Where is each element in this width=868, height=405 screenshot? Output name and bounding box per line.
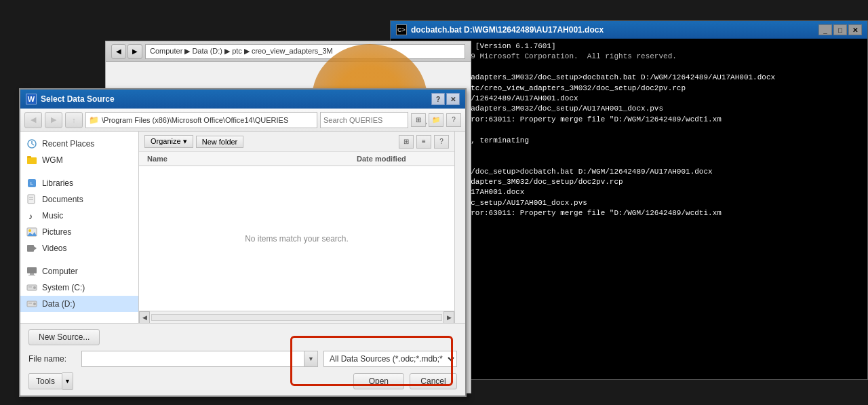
computer-icon <box>26 265 38 277</box>
sidebar-item-data-d[interactable]: Data (D:) <box>20 296 138 312</box>
fb-bg-nav-buttons: ◀ ▶ <box>111 44 142 59</box>
file-name-dropdown-btn[interactable]: ▼ <box>304 351 318 367</box>
dialog-close-btn[interactable]: ✕ <box>446 93 460 105</box>
action-buttons: Open Cancel <box>353 373 457 389</box>
svg-rect-18 <box>28 275 35 275</box>
view-help-btn[interactable]: ? <box>434 135 449 149</box>
cancel-button[interactable]: Cancel <box>410 373 457 389</box>
svg-point-23 <box>33 303 36 305</box>
sidebar-item-pictures[interactable]: Pictures <box>20 224 138 240</box>
file-list-empty: No items match your search. <box>139 166 454 311</box>
system-drive-icon <box>26 282 38 294</box>
svg-rect-17 <box>30 273 34 275</box>
tools-button[interactable]: Tools <box>28 373 62 389</box>
fb-bg-toolbar: ◀ ▶ Computer ▶ Data (D:) ▶ ptc ▶ creo_vi… <box>106 41 471 62</box>
cmd-minimize-btn[interactable]: _ <box>818 24 832 35</box>
help-btn[interactable]: ? <box>446 113 461 127</box>
file-area-organize-toolbar: Organize ▾ New folder ⊞ ≡ ? <box>139 132 454 152</box>
hscroll-track[interactable] <box>151 314 442 321</box>
cmd-window-controls: _ □ ✕ <box>818 24 862 35</box>
sidebar-label-documents: Documents <box>42 195 83 204</box>
sidebar-label-libraries: Libraries <box>42 178 73 188</box>
view-details-btn[interactable]: ≡ <box>416 135 431 149</box>
sidebar-label-computer: Computer <box>42 267 78 276</box>
recent-places-icon <box>26 138 38 150</box>
toolbar-forward-btn[interactable]: ▶ <box>45 112 62 128</box>
view-menu-btn[interactable]: ⊞ <box>411 113 426 127</box>
fb-bg-back-btn[interactable]: ◀ <box>111 44 126 59</box>
col-header-date: Date modified <box>354 153 449 164</box>
dialog-help-btn[interactable]: ? <box>431 93 445 105</box>
file-name-row: File name: ▼ All Data Sources (*.odc;*.m… <box>28 351 457 367</box>
cmd-maximize-btn[interactable]: □ <box>833 24 847 35</box>
sidebar-label-system-c: System (C:) <box>42 283 85 292</box>
svg-rect-3 <box>27 157 37 164</box>
file-type-select[interactable]: All Data Sources (*.odc;*.mdb;* <box>323 351 457 367</box>
new-source-row: New Source... <box>28 329 457 345</box>
cmd-title: docbatch.bat D:\WGM\12642489\AU17AH001.d… <box>411 25 814 35</box>
sidebar-item-documents[interactable]: Documents <box>20 191 138 208</box>
cmd-titlebar: C> docbatch.bat D:\WGM\12642489\AU17AH00… <box>391 21 867 39</box>
hscroll-right-btn[interactable]: ▶ <box>443 311 454 324</box>
libraries-icon: L <box>26 177 38 189</box>
svg-text:♪: ♪ <box>28 212 33 221</box>
vertical-scrollbar[interactable] <box>454 132 465 323</box>
documents-icon <box>26 193 38 206</box>
organize-btn[interactable]: Organize ▾ <box>144 135 193 148</box>
view-actions: ⊞ ≡ ? <box>399 135 449 149</box>
sidebar-item-libraries[interactable]: L Libraries <box>20 175 138 191</box>
music-icon: ♪ <box>26 210 38 222</box>
sidebar-label-wgm: WGM <box>42 155 63 165</box>
sidebar-label-music: Music <box>42 211 63 220</box>
sidebar-label-data-d: Data (D:) <box>42 299 75 309</box>
sidebar-item-videos[interactable]: Videos <box>20 240 138 256</box>
svg-text:L: L <box>31 180 34 187</box>
fb-bg-forward-btn[interactable]: ▶ <box>127 44 142 59</box>
svg-rect-14 <box>27 245 34 252</box>
sidebar-item-system-c[interactable]: System (C:) <box>20 279 138 296</box>
svg-rect-4 <box>27 156 31 158</box>
dialog-titlebar: W Select Data Source ? ✕ <box>20 90 465 109</box>
tools-dropdown-btn[interactable]: ▼ <box>62 372 73 390</box>
hscroll-left-btn[interactable]: ◀ <box>139 311 150 324</box>
toolbar-back-btn[interactable]: ◀ <box>24 112 42 128</box>
pictures-icon <box>26 226 38 238</box>
view-toggle-btn[interactable]: ⊞ <box>399 135 414 149</box>
file-name-input-wrap: ▼ <box>81 351 318 367</box>
dialog-title: Select Data Source <box>41 94 427 104</box>
svg-marker-15 <box>34 246 37 250</box>
fb-bg-breadcrumb-text: Computer ▶ Data (D:) ▶ ptc ▶ creo_view_a… <box>150 47 333 56</box>
dialog-sidebar: Recent Places WGM L Libraries Documents <box>20 132 139 323</box>
wgm-folder-icon <box>26 154 38 166</box>
toolbar-search-container: 🔍 <box>320 112 408 128</box>
dialog-toolbar: ◀ ▶ ↑ 📁 \Program Files (x86)\Microsoft O… <box>20 109 465 132</box>
horizontal-scrollbar[interactable]: ◀ ▶ <box>139 311 454 323</box>
data-drive-icon <box>26 298 38 310</box>
file-type-wrap: All Data Sources (*.odc;*.mdb;* <box>323 351 457 367</box>
dialog-main-area: Organize ▾ New folder ⊞ ≡ ? Name Date mo… <box>139 132 454 323</box>
sidebar-item-music[interactable]: ♪ Music <box>20 208 138 224</box>
dialog-action-row: Tools ▼ Open Cancel <box>28 372 457 390</box>
new-folder-btn[interactable]: New folder <box>196 136 244 148</box>
toolbar-address-bar: 📁 \Program Files (x86)\Microsoft Office\… <box>85 112 317 128</box>
file-name-input[interactable] <box>81 351 304 367</box>
dialog-window-controls: ? ✕ <box>431 93 460 105</box>
toolbar-address-text: \Program Files (x86)\Microsoft Office\Of… <box>102 116 288 124</box>
sidebar-item-computer[interactable]: Computer <box>20 263 138 279</box>
search-input[interactable] <box>323 116 417 124</box>
dialog-icon: W <box>26 94 37 104</box>
sidebar-item-wgm[interactable]: WGM <box>20 152 138 168</box>
open-button[interactable]: Open <box>353 373 404 389</box>
sidebar-item-recent-places[interactable]: Recent Places <box>20 136 138 152</box>
col-header-name: Name <box>144 153 354 164</box>
svg-point-20 <box>33 286 36 289</box>
dialog-body: Recent Places WGM L Libraries Documents <box>20 132 465 323</box>
new-source-button[interactable]: New Source... <box>28 329 100 345</box>
sidebar-label-videos: Videos <box>42 244 66 253</box>
cmd-close-btn[interactable]: ✕ <box>848 24 862 35</box>
new-folder-area-btn[interactable]: 📁 <box>429 113 443 127</box>
cmd-icon: C> <box>396 24 407 35</box>
sidebar-label-pictures: Pictures <box>42 227 71 237</box>
folder-nav-icon: 📁 <box>89 115 99 125</box>
toolbar-up-btn[interactable]: ↑ <box>65 112 83 128</box>
